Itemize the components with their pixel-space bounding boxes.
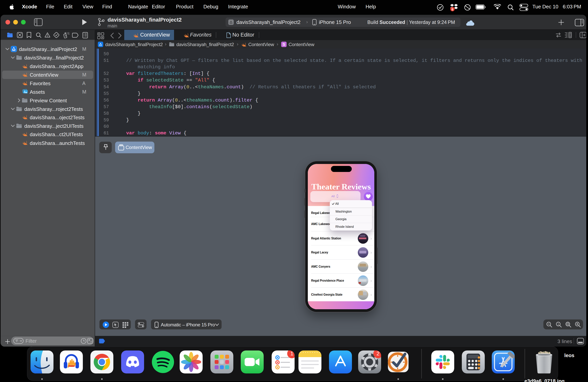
svg-text:6: 6 xyxy=(452,8,453,11)
svg-text:1: 1 xyxy=(557,322,559,326)
svg-text:1: 1 xyxy=(290,351,293,357)
svg-text:2: 2 xyxy=(377,351,379,357)
